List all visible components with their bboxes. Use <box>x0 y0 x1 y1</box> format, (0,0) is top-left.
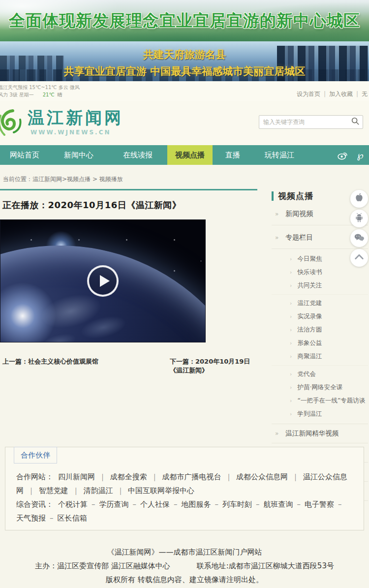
truncated-link[interactable]: 无 <box>362 91 368 97</box>
search-button[interactable] <box>348 116 363 128</box>
city-banner-line1: 共建天府旅游名县 <box>0 48 369 62</box>
sidebar-subitem-party-congress[interactable]: ›党代会 <box>272 368 368 381</box>
partner-sites-line: 合作网站：四川新闻网｜成都全搜索｜成都市广播电视台｜成都公众信息网｜温江公众信息… <box>16 470 353 497</box>
sidebar-subitem-learn-wenjiang[interactable]: ›学到温江 <box>272 407 368 421</box>
sidebar-item-news-highlights[interactable]: » 温江新闻精华视频 <box>272 424 368 443</box>
nav-item-home[interactable]: 网站首页 <box>0 145 49 165</box>
chevron-icon: › <box>290 313 292 320</box>
chevron-icon: › <box>290 411 292 417</box>
separator: ｜ <box>72 486 80 495</box>
breadcrumb-section-link[interactable]: 视频点播 <box>67 176 91 183</box>
partner-link[interactable]: 智慧党建 <box>39 486 68 495</box>
double-chevron-icon: » <box>275 234 278 241</box>
partner-link[interactable]: 中国互联网举报中心 <box>128 486 194 495</box>
link-separator: | <box>356 91 358 97</box>
sidebar-subitem-business-wenjiang[interactable]: ›商聚温江 <box>272 350 368 363</box>
service-link[interactable]: 地图服务 <box>182 500 211 509</box>
info-bar: 温江天气预报 15℃~11℃ 多云 微风 风力 3级 星期一21℃晴 设为首页|… <box>0 81 369 101</box>
chevron-icon: › <box>290 353 292 360</box>
partner-link[interactable]: 成都全搜索 <box>110 472 147 481</box>
nav-item-online-paper[interactable]: 在线读报 <box>108 145 167 165</box>
content-area: 正在播放：2020年10月16日《温江新闻》 上一篇：社会主义核心价值观展馆 下… <box>0 190 369 446</box>
sina-weibo-icon[interactable] <box>337 149 348 161</box>
site-name: 温江新闻网 <box>28 107 123 128</box>
top-banner-slogan: 全面体现新发展理念宜业宜居宜游的新中心城区 <box>9 10 360 32</box>
now-playing-title: 正在播放：2020年10月16日《温江新闻》 <box>2 199 257 211</box>
chevron-icon: › <box>290 398 292 404</box>
weather-line1: 温江天气预报 15℃~11℃ 多云 微风 <box>0 84 80 91</box>
partners-panel: 合作伙伴 合作网站：四川新闻网｜成都全搜索｜成都市广播电视台｜成都公众信息网｜温… <box>5 447 364 530</box>
nav-item-live[interactable]: 直播 <box>213 145 253 165</box>
sidebar-subitem-live-recording[interactable]: ›实况录像 <box>272 310 368 323</box>
site-footer: 《温江新闻网》——成都市温江区新闻门户网站 主办：温江区委宣传部 温江区融媒体中… <box>0 530 369 588</box>
service-link[interactable]: 电子警察 <box>305 500 334 509</box>
set-homepage-link[interactable]: 设为首页 <box>297 91 320 97</box>
service-link[interactable]: 个人社保 <box>140 500 170 509</box>
nav-item-news-center[interactable]: 新闻中心 <box>49 145 108 165</box>
nav-item-explore-wenjiang[interactable]: 玩转温江 <box>253 145 306 165</box>
floating-buttons <box>350 190 369 269</box>
nav-item-video-on-demand[interactable]: 视频点播 <box>167 145 213 165</box>
sidebar-subitem-party-building[interactable]: ›温江党建 <box>272 297 368 310</box>
separator: – <box>215 500 219 509</box>
partner-link[interactable]: 成都市广播电视台 <box>162 472 221 481</box>
chevron-icon: › <box>290 340 292 346</box>
top-banner: 全面体现新发展理念宜业宜居宜游的新中心城区 <box>0 0 369 41</box>
info-services-line: 综合资讯：个税计算–学历查询–个人社保–地图服务–列车时刻–航班查询–电子警察–… <box>16 497 353 525</box>
chevron-icon: › <box>290 371 292 377</box>
service-link[interactable]: 学历查询 <box>99 500 129 509</box>
service-link[interactable]: 航班查询 <box>264 500 293 509</box>
sublist-separator <box>272 365 368 366</box>
separator: – <box>338 500 342 509</box>
separator: – <box>50 514 54 523</box>
breadcrumb-site-link[interactable]: 温江新闻网 <box>32 176 62 183</box>
double-chevron-icon: » <box>275 211 278 217</box>
service-link[interactable]: 天气预报 <box>16 514 46 523</box>
partners-tab[interactable]: 合作伙伴 <box>14 447 57 464</box>
sidebar-subitem-public-image[interactable]: ›形象公益 <box>272 337 368 350</box>
separator: – <box>256 500 260 509</box>
next-article-link[interactable]: 下一篇：2020年10月19日《温江新闻》 <box>170 357 257 375</box>
add-favorite-link[interactable]: 加入收藏 <box>329 91 353 97</box>
search-input[interactable] <box>259 119 348 125</box>
chevron-icon: › <box>290 327 292 333</box>
sublist-separator <box>272 294 368 295</box>
sidebar-subitem-common-concern[interactable]: ›共同关注 <box>272 279 368 292</box>
service-link[interactable]: 区长信箱 <box>58 514 87 523</box>
city-banner: 共建天府旅游名县 共享宜业宜居宜游 中国最具幸福感城市美丽宜居城区 <box>0 41 369 81</box>
logo-text: 温江新闻网 WWW.WJNEWS.CN <box>28 107 123 136</box>
previous-article-link[interactable]: 上一篇：社会主义核心价值观展馆 <box>2 357 98 366</box>
weather-widget: 温江天气预报 15℃~11℃ 多云 微风 风力 3级 星期一21℃晴 <box>0 84 80 98</box>
partner-link[interactable]: 清韵温江 <box>83 486 113 495</box>
chevron-icon: › <box>290 256 292 262</box>
site-header: 温江新闻网 WWW.WJNEWS.CN <box>0 101 369 145</box>
apple-icon <box>354 192 364 205</box>
partner-link[interactable]: 四川新闻网 <box>58 472 95 481</box>
service-link[interactable]: 列车时刻 <box>222 500 252 509</box>
weather-temperature: 21℃ <box>43 92 55 97</box>
sidebar-subitem-rule-of-law[interactable]: ›法治方圆 <box>272 323 368 337</box>
search-icon <box>351 117 360 127</box>
tencent-weibo-icon[interactable]: ℘ <box>354 149 366 161</box>
wechat-share-button[interactable] <box>350 229 368 247</box>
separator: ｜ <box>99 472 106 481</box>
apple-app-button[interactable] <box>350 190 368 208</box>
chevron-icon: › <box>290 384 292 391</box>
sidebar-subitem-cyber-safety-class[interactable]: ›护苗·网络安全课 <box>272 381 368 394</box>
wechat-icon <box>354 233 365 244</box>
play-button[interactable] <box>87 265 119 297</box>
separator: ｜ <box>117 486 124 495</box>
video-player[interactable] <box>0 219 206 342</box>
site-logo[interactable]: 温江新闻网 WWW.WJNEWS.CN <box>0 107 123 140</box>
android-app-button[interactable] <box>350 210 368 227</box>
separator: – <box>297 500 301 509</box>
breadcrumb-separator: > <box>62 176 67 183</box>
partner-link[interactable]: 成都公众信息网 <box>236 472 288 481</box>
separator: – <box>133 500 137 509</box>
back-to-top-button[interactable] <box>350 249 368 267</box>
footer-organizer-line: 主办：温江区委宣传部 温江区融媒体中心联系地址:成都市温江区柳城大道西段53号 <box>0 559 369 573</box>
sidebar-subitem-frontline-interview[interactable]: ›“一把手在一线”专题访谈 <box>272 394 368 407</box>
service-link[interactable]: 个税计算 <box>58 500 88 509</box>
link-separator: | <box>324 91 326 97</box>
chevron-icon: › <box>290 282 292 289</box>
